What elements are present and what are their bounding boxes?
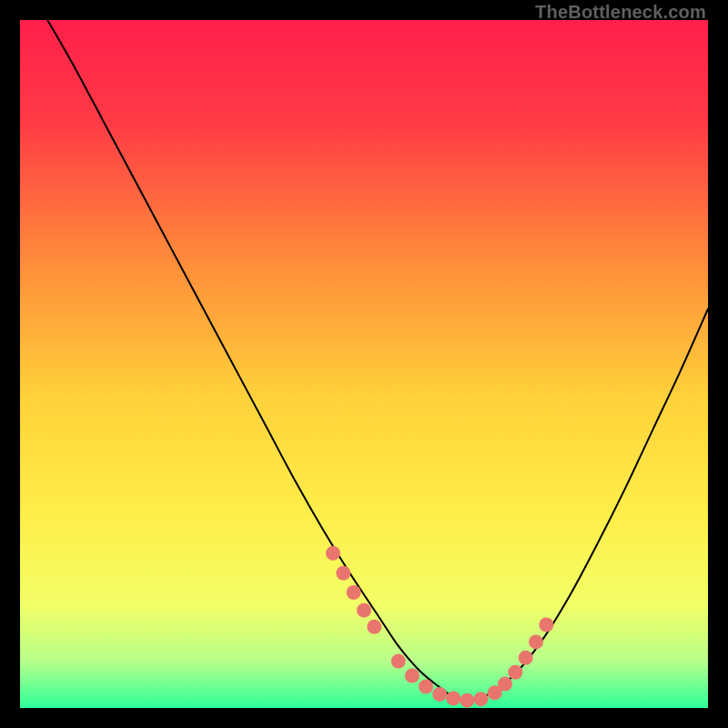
highlight-dot bbox=[419, 680, 433, 694]
highlight-dot bbox=[326, 546, 340, 561]
highlight-dot bbox=[432, 687, 447, 702]
chart-frame bbox=[20, 20, 708, 708]
highlight-dot bbox=[347, 585, 361, 600]
highlight-dot bbox=[357, 603, 371, 618]
highlight-dot bbox=[474, 692, 489, 706]
highlight-dot bbox=[460, 693, 474, 708]
highlight-dot bbox=[405, 668, 420, 682]
watermark-text: TheBottleneck.com bbox=[535, 2, 706, 23]
highlight-dot bbox=[367, 620, 381, 634]
highlight-dot bbox=[336, 566, 350, 581]
highlight-dot bbox=[498, 677, 512, 692]
highlight-dot bbox=[539, 618, 553, 632]
highlight-dot bbox=[519, 651, 533, 665]
bottleneck-chart bbox=[20, 20, 708, 708]
highlight-dot bbox=[508, 665, 522, 680]
highlight-dot bbox=[529, 634, 543, 649]
highlight-dot bbox=[391, 654, 406, 669]
highlight-dot bbox=[446, 691, 460, 705]
